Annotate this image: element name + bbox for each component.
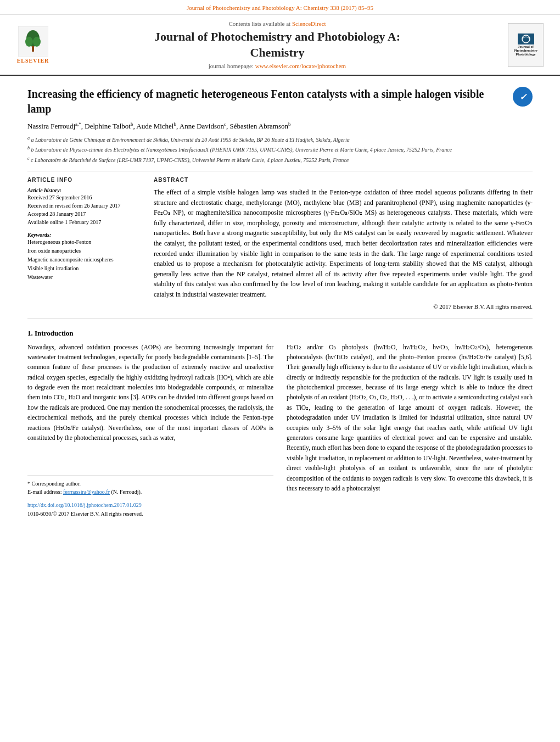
contents-available-line: Contents lists available at ScienceDirec… bbox=[55, 20, 500, 27]
body-left-column: Nowadays, advanced oxidation processes (… bbox=[27, 342, 273, 518]
journal-header-center: Contents lists available at ScienceDirec… bbox=[55, 20, 500, 69]
doi-link[interactable]: http://dx.doi.org/10.1016/j.jphotochem.2… bbox=[27, 502, 142, 508]
abstract-header: ABSTRACT bbox=[154, 177, 533, 183]
keyword-3: Magnetic nanocomposite microspheres bbox=[27, 255, 143, 264]
affiliation-c: c c Laboratoire de Réactivité de Surface… bbox=[27, 155, 533, 164]
abstract-copyright: © 2017 Elsevier B.V. All rights reserved… bbox=[154, 303, 533, 310]
authors-line: Nassira Ferroudja,*, Delphine Talbotb, A… bbox=[27, 121, 533, 132]
received-date: Received 27 September 2016 bbox=[27, 193, 143, 202]
crossmark-badge[interactable]: ✓ bbox=[513, 87, 533, 107]
body-left-text: Nowadays, advanced oxidation processes (… bbox=[27, 342, 273, 443]
footnotes-area: * Corresponding author. E-mail address: … bbox=[27, 476, 273, 496]
article-title-section: Increasing the efficiency of magnetic he… bbox=[27, 87, 533, 116]
elsevier-logo: ELSEVIER bbox=[11, 26, 55, 64]
body-right-text: H₂O₂ and/or O₃ photolysis (hν/H₂O, hν/H₂… bbox=[287, 342, 533, 494]
keyword-2: Iron oxide nanoparticles bbox=[27, 247, 143, 255]
corresponding-author-note: * Corresponding author. bbox=[27, 479, 273, 488]
contents-label: Contents lists available at bbox=[228, 20, 290, 27]
journal-citation-text: Journal of Photochemistry and Photobiolo… bbox=[187, 4, 373, 11]
affiliation-b: b b Laboratoire de Physico-chimie des El… bbox=[27, 145, 533, 154]
affiliations-block: a a Laboratoire de Génie Chimique et Env… bbox=[27, 135, 533, 164]
thumb-title: Journal ofPhotochemistryPhotobiology bbox=[514, 44, 538, 56]
svg-rect-2 bbox=[32, 46, 34, 52]
email-link[interactable]: ferrnassira@yahoo.fr bbox=[63, 489, 110, 495]
thumb-icon bbox=[518, 34, 534, 44]
doi-area: http://dx.doi.org/10.1016/j.jphotochem.2… bbox=[27, 500, 273, 518]
issn-text: 1010-6030/© 2017 Elsevier B.V. All right… bbox=[27, 511, 143, 517]
email-note: E-mail address: ferrnassira@yahoo.fr (N.… bbox=[27, 488, 273, 496]
journal-thumbnail: Journal ofPhotochemistryPhotobiology bbox=[508, 23, 544, 67]
page: Journal of Photochemistry and Photobiolo… bbox=[0, 0, 560, 742]
homepage-link[interactable]: www.elsevier.com/locate/jphotochem bbox=[255, 63, 346, 69]
article-title: Increasing the efficiency of magnetic he… bbox=[27, 87, 513, 116]
elsevier-logo-area: ELSEVIER bbox=[11, 26, 55, 64]
journal-thumb-area: Journal ofPhotochemistryPhotobiology bbox=[500, 23, 544, 67]
accepted-date: Accepted 28 January 2017 bbox=[27, 210, 143, 218]
keywords-block: Keywords: Heterogeneous photo-Fenton Iro… bbox=[27, 232, 143, 282]
body-right-column: H₂O₂ and/or O₃ photolysis (hν/H₂O, hν/H₂… bbox=[287, 342, 533, 518]
sciencedirect-link[interactable]: ScienceDirect bbox=[292, 20, 326, 27]
abstract-text: The effect of a simple visible halogen l… bbox=[154, 187, 533, 300]
homepage-label: journal homepage: bbox=[209, 63, 254, 69]
journal-homepage: journal homepage: www.elsevier.com/locat… bbox=[55, 63, 500, 69]
received-revised-date: Received in revised form 26 January 2017 bbox=[27, 202, 143, 210]
article-info-header: ARTICLE INFO bbox=[27, 177, 143, 183]
body-divider bbox=[27, 319, 533, 319]
section-divider bbox=[27, 171, 533, 171]
journal-title: Journal of Photochemistry and Photobiolo… bbox=[55, 29, 500, 60]
article-info-column: ARTICLE INFO Article history: Received 2… bbox=[27, 177, 143, 310]
abstract-column: ABSTRACT The effect of a simple visible … bbox=[154, 177, 533, 310]
history-label: Article history: bbox=[27, 187, 143, 193]
keyword-5: Wastewater bbox=[27, 273, 143, 282]
svg-point-4 bbox=[33, 37, 41, 47]
elsevier-text: ELSEVIER bbox=[17, 58, 49, 64]
keyword-4: Visible light irradiation bbox=[27, 264, 143, 273]
journal-citation-bar: Journal of Photochemistry and Photobiolo… bbox=[0, 0, 560, 15]
keyword-1: Heterogeneous photo-Fenton bbox=[27, 238, 143, 247]
info-abstract-columns: ARTICLE INFO Article history: Received 2… bbox=[27, 177, 533, 310]
section-1-title: 1. Introduction bbox=[27, 329, 533, 338]
journal-header: ELSEVIER Contents lists available at Sci… bbox=[0, 15, 560, 76]
svg-point-3 bbox=[25, 37, 33, 47]
elsevier-tree-icon bbox=[18, 26, 48, 57]
article-content: Increasing the efficiency of magnetic he… bbox=[0, 76, 560, 529]
article-history-block: Article history: Received 27 September 2… bbox=[27, 187, 143, 226]
keywords-label: Keywords: bbox=[27, 232, 143, 238]
affiliation-a: a a Laboratoire de Génie Chimique et Env… bbox=[27, 135, 533, 144]
body-two-columns: Nowadays, advanced oxidation processes (… bbox=[27, 342, 533, 518]
body-section: 1. Introduction Nowadays, advanced oxida… bbox=[27, 329, 533, 518]
available-date: Available online 1 February 2017 bbox=[27, 218, 143, 226]
